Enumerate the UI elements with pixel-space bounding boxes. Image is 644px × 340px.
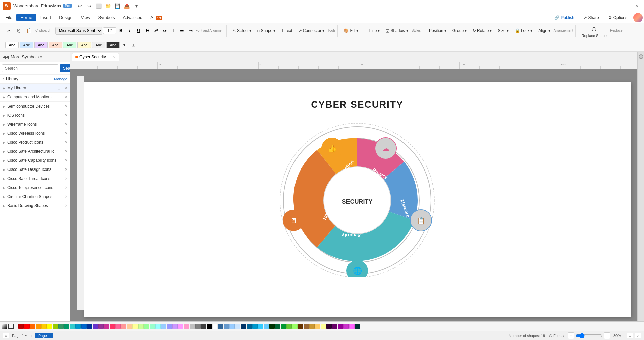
style-preset-4[interactable]: Abc bbox=[49, 42, 62, 48]
menu-symbols[interactable]: Symbols bbox=[94, 14, 119, 21]
color-swatch[interactable] bbox=[355, 324, 360, 329]
sidebar-item-basic[interactable]: ▶ Basic Drawing Shapes × bbox=[0, 201, 70, 210]
style-preset-5[interactable]: Abc bbox=[63, 42, 76, 48]
list-btn[interactable]: ☰ bbox=[178, 27, 186, 35]
color-swatch[interactable] bbox=[298, 324, 303, 329]
lock-btn[interactable]: 🔒Lock▾ bbox=[512, 27, 535, 35]
color-swatch[interactable] bbox=[269, 324, 275, 329]
color-swatch[interactable] bbox=[93, 324, 98, 329]
indent-btn[interactable]: ⇥ bbox=[187, 27, 195, 35]
style-preset-6[interactable]: Abc bbox=[77, 42, 91, 48]
fill-btn[interactable]: 🎨Fill▾ bbox=[341, 27, 361, 35]
color-swatch[interactable] bbox=[41, 324, 47, 329]
color-swatch[interactable] bbox=[235, 324, 240, 329]
style-more-btn[interactable]: ▾ bbox=[121, 41, 128, 49]
menu-ai[interactable]: AIhot bbox=[146, 14, 166, 21]
color-swatch[interactable] bbox=[127, 324, 132, 329]
minimize-btn[interactable]: ─ bbox=[610, 3, 620, 9]
basic-close-icon[interactable]: × bbox=[65, 203, 67, 208]
color-swatch[interactable] bbox=[24, 324, 30, 329]
align-btn[interactable]: Align▾ bbox=[536, 27, 553, 35]
grid-view-btn[interactable]: ⊞ bbox=[3, 333, 9, 338]
italic-btn[interactable]: I bbox=[126, 27, 134, 35]
color-swatch[interactable] bbox=[110, 324, 115, 329]
undo-btn[interactable]: ↩ bbox=[76, 2, 84, 10]
cut-btn[interactable]: ✂ bbox=[5, 27, 14, 35]
menu-file[interactable]: File bbox=[1, 14, 16, 21]
user-avatar[interactable] bbox=[633, 13, 643, 22]
fill-color-indicator[interactable] bbox=[2, 324, 7, 329]
menu-insert[interactable]: Insert bbox=[36, 14, 55, 21]
color-swatch[interactable] bbox=[349, 324, 355, 329]
shadow-btn[interactable]: ◱Shadow▾ bbox=[383, 27, 411, 35]
sidebar-item-computers[interactable]: ▶ Computers and Monitors × bbox=[0, 93, 70, 102]
color-swatch[interactable] bbox=[207, 324, 212, 329]
search-input[interactable] bbox=[2, 64, 58, 72]
canvas-wrapper[interactable]: CYBER SECURITY bbox=[70, 69, 637, 321]
sidebar-item-cisco-product[interactable]: ▶ Cisco Product Icons × bbox=[0, 138, 70, 147]
color-swatch[interactable] bbox=[190, 324, 195, 329]
semiconductor-close-icon[interactable]: × bbox=[65, 104, 67, 109]
text-btn[interactable]: TText bbox=[279, 27, 295, 35]
shape-btn[interactable]: □Shape▾ bbox=[255, 27, 278, 35]
color-swatch[interactable] bbox=[229, 324, 235, 329]
wireframe-close-icon[interactable]: × bbox=[65, 122, 67, 127]
color-swatch[interactable] bbox=[47, 324, 52, 329]
line-btn[interactable]: —Line▾ bbox=[362, 27, 383, 35]
color-swatch[interactable] bbox=[121, 324, 126, 329]
zoom-slider[interactable] bbox=[576, 333, 602, 338]
cisco-threat-close-icon[interactable]: × bbox=[65, 176, 67, 181]
search-button[interactable]: Search bbox=[60, 64, 70, 72]
cisco-arch-close-icon[interactable]: × bbox=[65, 149, 67, 154]
color-swatch[interactable] bbox=[247, 324, 252, 329]
sidebar-item-my-library[interactable]: ▶ My Library ⊞ + × bbox=[0, 84, 70, 93]
subscript-btn[interactable]: x₂ bbox=[161, 27, 169, 35]
tab-close-icon[interactable]: ✕ bbox=[113, 55, 116, 59]
color-swatch[interactable] bbox=[343, 324, 349, 329]
close-btn[interactable]: ✕ bbox=[632, 3, 641, 9]
sidebar-item-cisco-cap[interactable]: ▶ Cisco Safe Capability Icons × bbox=[0, 156, 70, 165]
color-swatch[interactable] bbox=[70, 324, 75, 329]
computers-close-icon[interactable]: × bbox=[65, 95, 67, 99]
cisco-product-close-icon[interactable]: × bbox=[65, 140, 67, 145]
text-style-btn[interactable]: T bbox=[169, 27, 177, 35]
ios-close-icon[interactable]: × bbox=[65, 113, 67, 118]
copy-btn[interactable]: ⎘ bbox=[15, 27, 23, 35]
color-swatch[interactable] bbox=[264, 324, 269, 329]
color-swatch[interactable] bbox=[75, 324, 81, 329]
scroll-indicator[interactable] bbox=[639, 54, 643, 59]
color-swatch[interactable] bbox=[184, 324, 189, 329]
color-swatch[interactable] bbox=[332, 324, 337, 329]
circular-close-icon[interactable]: × bbox=[65, 194, 67, 199]
underline-btn[interactable]: U bbox=[135, 27, 143, 35]
sidebar-item-cisco-wireless[interactable]: ▶ Cisco Wireless Icons × bbox=[0, 129, 70, 138]
menu-home[interactable]: Home bbox=[16, 14, 36, 21]
color-swatch[interactable] bbox=[286, 324, 292, 329]
color-swatch[interactable] bbox=[64, 324, 69, 329]
color-swatch[interactable] bbox=[281, 324, 286, 329]
color-swatch[interactable] bbox=[292, 324, 298, 329]
color-swatch[interactable] bbox=[252, 324, 258, 329]
color-swatch[interactable] bbox=[218, 324, 223, 329]
page-dropdown[interactable]: Page-1 ▾ bbox=[12, 333, 27, 338]
color-swatch[interactable] bbox=[212, 324, 218, 329]
font-family-select[interactable]: Microsoft Sans Serif bbox=[55, 27, 102, 35]
maximize-btn[interactable]: □ bbox=[621, 3, 631, 9]
paste-btn[interactable]: 📋 bbox=[23, 27, 35, 35]
color-swatch[interactable] bbox=[326, 324, 332, 329]
add-page-btn[interactable]: + bbox=[30, 334, 32, 338]
color-swatch[interactable] bbox=[258, 324, 263, 329]
group-btn[interactable]: Group▾ bbox=[450, 27, 469, 35]
style-expand-btn[interactable]: ⊞ bbox=[129, 41, 138, 49]
color-swatch[interactable] bbox=[241, 324, 246, 329]
color-swatch[interactable] bbox=[18, 324, 24, 329]
sidebar-dropdown-icon[interactable]: ▾ bbox=[40, 55, 42, 59]
superscript-btn[interactable]: x² bbox=[152, 27, 160, 35]
color-swatch[interactable] bbox=[161, 324, 166, 329]
zoom-out-btn[interactable]: − bbox=[568, 332, 574, 339]
color-swatch[interactable] bbox=[115, 324, 121, 329]
focus-icon[interactable]: ◎ bbox=[549, 333, 552, 338]
sidebar-item-cisco-threat[interactable]: ▶ Cisco Safe Threat Icons × bbox=[0, 174, 70, 183]
cisco-design-close-icon[interactable]: × bbox=[65, 167, 67, 172]
sidebar-item-cisco-tele[interactable]: ▶ Cisco Telepresence Icons × bbox=[0, 183, 70, 192]
